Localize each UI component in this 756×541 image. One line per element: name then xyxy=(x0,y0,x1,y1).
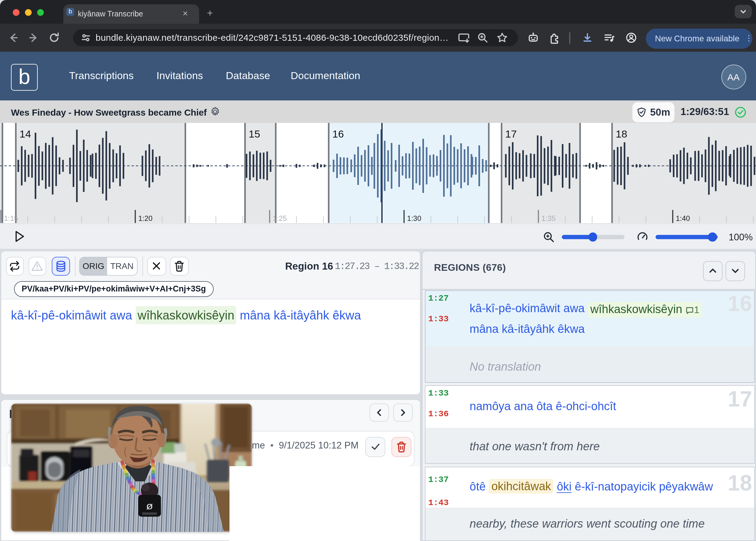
svg-text:14: 14 xyxy=(19,128,31,140)
svg-text:ø: ø xyxy=(146,500,153,511)
svg-text:15: 15 xyxy=(249,128,260,140)
svg-text:16: 16 xyxy=(332,128,344,140)
svg-text:1:35: 1:35 xyxy=(541,214,556,223)
svg-text:1:30: 1:30 xyxy=(407,214,421,223)
svg-text:1:40: 1:40 xyxy=(676,214,690,223)
svg-text:17: 17 xyxy=(505,128,517,140)
svg-text:1:20: 1:20 xyxy=(138,214,153,223)
svg-text:18: 18 xyxy=(616,128,627,140)
svg-text:1:25: 1:25 xyxy=(273,214,287,223)
svg-text:1:15: 1:15 xyxy=(4,214,18,223)
